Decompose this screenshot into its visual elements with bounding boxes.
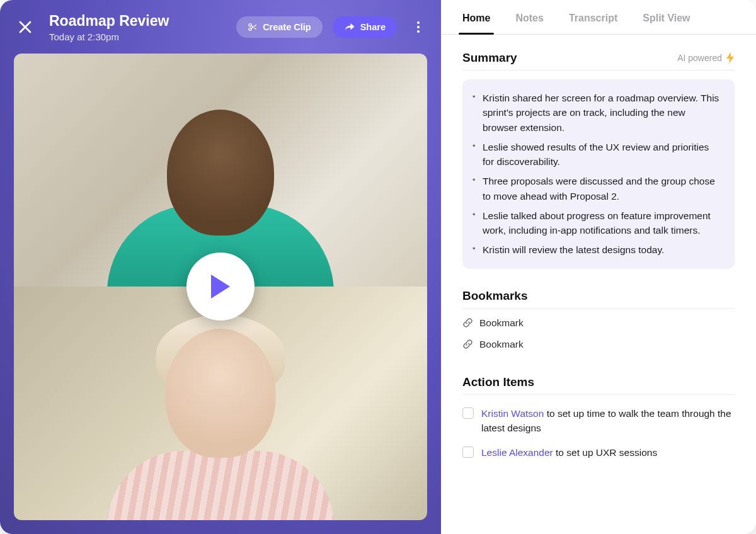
link-icon	[462, 339, 473, 349]
play-icon	[209, 273, 232, 300]
scissors-icon	[248, 22, 258, 32]
create-clip-button[interactable]: Create Clip	[236, 16, 323, 38]
summary-bullet: Kristin will review the latest designs t…	[483, 242, 722, 257]
action-items-section: Action Items Kristin Watson to set up ti…	[462, 375, 735, 465]
svg-point-3	[417, 26, 420, 28]
svg-point-2	[417, 21, 420, 24]
notes-pane: Home Notes Transcript Split View Summary…	[441, 0, 756, 534]
action-desc: to set up UXR sessions	[553, 447, 657, 458]
share-arrow-icon	[344, 22, 355, 32]
tab-notes[interactable]: Notes	[515, 13, 543, 34]
play-button[interactable]	[186, 253, 255, 321]
summary-title: Summary	[462, 51, 517, 65]
action-item: Kristin Watson to set up time to walk th…	[462, 401, 735, 441]
bookmark-label: Bookmark	[479, 317, 524, 329]
action-text: Leslie Alexander to set up UXR sessions	[481, 445, 657, 460]
participant-tile-2	[14, 287, 427, 520]
meeting-title: Roadmap Review	[49, 13, 226, 30]
tab-home[interactable]: Home	[462, 13, 490, 34]
link-icon	[462, 317, 473, 328]
summary-bullet: Leslie showed results of the UX review a…	[483, 140, 722, 169]
more-menu-button[interactable]	[410, 16, 427, 38]
bookmark-item[interactable]: Bookmark	[462, 334, 735, 355]
share-label: Share	[360, 22, 386, 32]
action-assignee[interactable]: Leslie Alexander	[481, 447, 553, 458]
action-text: Kristin Watson to set up time to walk th…	[481, 406, 735, 436]
tab-split-view[interactable]: Split View	[643, 13, 690, 34]
action-item: Leslie Alexander to set up UXR sessions	[462, 440, 735, 465]
bookmark-label: Bookmark	[479, 339, 524, 350]
create-clip-label: Create Clip	[263, 22, 311, 32]
share-button[interactable]: Share	[333, 16, 397, 38]
video-stack	[14, 54, 427, 520]
participant-tile-1	[14, 54, 427, 287]
summary-box: Kristin shared her screen for a roadmap …	[462, 79, 735, 269]
bookmarks-section: Bookmarks Bookmark Bookmark	[462, 289, 735, 355]
lightning-icon	[726, 52, 735, 64]
summary-bullet: Kristin shared her screen for a roadmap …	[483, 91, 722, 135]
tab-transcript[interactable]: Transcript	[569, 13, 617, 34]
bookmark-item[interactable]: Bookmark	[462, 312, 735, 334]
action-checkbox[interactable]	[462, 446, 474, 458]
kebab-icon	[417, 21, 420, 33]
close-button[interactable]	[14, 16, 37, 38]
close-icon	[18, 20, 32, 34]
bookmarks-header: Bookmarks	[462, 289, 735, 309]
video-header: Roadmap Review Today at 2:30pm Create Cl…	[14, 13, 427, 42]
meeting-time: Today at 2:30pm	[49, 31, 226, 42]
action-items-title: Action Items	[462, 375, 534, 389]
bookmarks-title: Bookmarks	[462, 289, 528, 303]
action-assignee[interactable]: Kristin Watson	[481, 408, 544, 419]
summary-bullet: Three proposals were discussed and the g…	[483, 174, 722, 203]
ai-powered-badge: AI powered	[677, 52, 735, 64]
svg-point-4	[417, 30, 420, 33]
title-block: Roadmap Review Today at 2:30pm	[49, 13, 226, 42]
home-panel: Summary AI powered Kristin shared her sc…	[441, 35, 756, 484]
video-pane: Roadmap Review Today at 2:30pm Create Cl…	[0, 0, 441, 534]
tabs: Home Notes Transcript Split View	[441, 0, 756, 35]
action-checkbox[interactable]	[462, 407, 474, 419]
action-items-header: Action Items	[462, 375, 735, 395]
summary-header: Summary AI powered	[462, 51, 735, 71]
ai-powered-label: AI powered	[677, 53, 722, 63]
summary-bullet: Leslie talked about progress on feature …	[483, 208, 722, 238]
